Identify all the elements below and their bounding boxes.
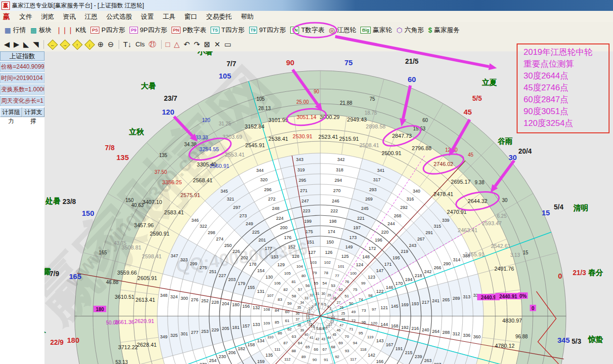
svg-text:301: 301 <box>180 331 188 336</box>
svg-text:146: 146 <box>386 285 393 290</box>
svg-text:3457.96: 3457.96 <box>134 222 154 228</box>
svg-text:117: 117 <box>350 357 356 362</box>
svg-text:244: 244 <box>388 221 395 226</box>
tool-icon-⊕[interactable]: ⊕ <box>97 40 104 49</box>
tool-icon-⊖[interactable]: ⊖ <box>108 40 114 49</box>
svg-text:15: 15 <box>542 208 550 217</box>
toolbar-button-江恩轮[interactable]: ◎江恩轮 <box>329 26 356 35</box>
svg-text:7: 7 <box>318 302 320 306</box>
svg-text:7/7: 7/7 <box>226 60 236 68</box>
menu-item-浏览[interactable]: 浏览 <box>37 11 58 22</box>
svg-text:34: 34 <box>300 301 304 304</box>
svg-text:5/3: 5/3 <box>571 337 581 345</box>
toolbar-label: P数字表 <box>182 26 206 35</box>
svg-text:149: 149 <box>345 244 352 249</box>
pan-dL-icon[interactable]: ← <box>47 39 58 49</box>
tool-icon-⊠[interactable]: ⊠ <box>204 40 211 49</box>
toolbar-button-9T四方形[interactable]: T99T四方形 <box>249 26 286 35</box>
svg-text:46.88: 46.88 <box>106 280 118 285</box>
menu-item-窗口[interactable]: 窗口 <box>180 11 202 22</box>
tool-icon-□[interactable]: □ <box>166 40 170 49</box>
svg-text:60: 60 <box>422 118 428 123</box>
tool-icon-◣[interactable]: ◣ <box>23 40 29 49</box>
svg-text:2: 2 <box>331 310 333 313</box>
pan-dR-icon[interactable]: → <box>60 39 70 49</box>
svg-text:75: 75 <box>345 58 353 67</box>
toolbar-button-板块[interactable]: ▩板块 <box>30 26 51 35</box>
tool-icon-㉑[interactable]: ㉑ <box>149 40 156 49</box>
svg-text:83: 83 <box>278 297 282 302</box>
toolbar-separator <box>44 40 44 49</box>
tool-icon-◥[interactable]: ◥ <box>33 40 39 49</box>
tool-icon-✕[interactable]: ✕ <box>214 40 220 49</box>
toolbar-button-P四方形[interactable]: PSP四方形 <box>90 26 125 35</box>
svg-text:158: 158 <box>248 342 255 347</box>
menu-item-交易委托[interactable]: 交易委托 <box>202 11 236 22</box>
svg-text:105: 105 <box>284 271 291 276</box>
tool-icon-△[interactable]: △ <box>174 40 180 49</box>
svg-text:267: 267 <box>417 237 425 242</box>
toolbar-button-9P四方形[interactable]: P99P四方形 <box>130 26 167 35</box>
svg-text:199: 199 <box>304 219 311 224</box>
tool-icon-▶[interactable]: ▶ <box>14 40 20 49</box>
panel-button-计算阻力[interactable]: 计算阻力 <box>0 107 22 117</box>
svg-text:76: 76 <box>345 280 349 284</box>
svg-text:168: 168 <box>391 324 398 328</box>
svg-text:120: 120 <box>371 321 378 325</box>
svg-text:2695.17: 2695.17 <box>451 179 471 185</box>
svg-text:175: 175 <box>306 229 313 234</box>
toolbar-button-P数字表[interactable]: PNP数字表 <box>172 26 206 35</box>
svg-text:2470.91: 2470.91 <box>447 209 467 215</box>
tool-icon-↶[interactable]: ↶ <box>183 40 190 49</box>
svg-text:123: 123 <box>368 275 375 280</box>
pan-dU-icon[interactable]: ↑ <box>72 39 83 49</box>
svg-text:135: 135 <box>265 353 273 358</box>
toolbar-button-T四方形[interactable]: TST四方形 <box>211 26 244 35</box>
toolbar-label: 行情 <box>13 26 26 35</box>
svg-text:241: 241 <box>432 298 439 303</box>
toolbar-button-赢家轮[interactable]: Big赢家轮 <box>360 26 392 35</box>
svg-text:4780.12: 4780.12 <box>495 343 515 349</box>
svg-text:8: 8 <box>314 303 316 306</box>
svg-text:295: 295 <box>299 178 306 183</box>
svg-text:223: 223 <box>303 208 310 213</box>
svg-text:6: 6 <box>321 302 323 306</box>
tool-icon-▭[interactable]: ▭ <box>224 40 231 49</box>
toolbar-button-K线[interactable]: ❘❘❘K线 <box>56 26 86 35</box>
toolbar-button-行情[interactable]: ▦行情 <box>4 26 26 35</box>
tool-icon-↷[interactable]: ↷ <box>194 40 200 49</box>
svg-text:3508.81: 3508.81 <box>122 244 141 250</box>
toolbar-button-六角形[interactable]: ⬡六角形 <box>396 26 424 35</box>
menu-item-设置[interactable]: 设置 <box>136 11 158 22</box>
menu-item-工具[interactable]: 工具 <box>158 11 180 22</box>
menu-item-资讯[interactable]: 资讯 <box>58 11 80 22</box>
menu-item-江恩[interactable]: 江恩 <box>80 11 102 22</box>
svg-text:166: 166 <box>376 359 384 364</box>
svg-text:269: 269 <box>365 197 373 202</box>
svg-text:104: 104 <box>296 264 303 269</box>
svg-text:3559.66: 3559.66 <box>117 270 137 276</box>
svg-text:273: 273 <box>239 213 247 218</box>
menu-item-帮助[interactable]: 帮助 <box>236 11 258 22</box>
svg-text:25: 25 <box>341 312 345 315</box>
menu-item-公式选股[interactable]: 公式选股 <box>102 11 136 22</box>
toolbar-button-T数字表[interactable]: TNT数字表 <box>290 26 324 35</box>
panel-button-计算支撑[interactable]: 计算支撑 <box>22 107 44 117</box>
toolbar-button-赢家服务[interactable]: $赢家服务 <box>428 26 460 35</box>
menu-item-文件[interactable]: 文件 <box>15 11 37 22</box>
svg-text:300: 300 <box>180 296 188 301</box>
svg-text:55: 55 <box>314 281 318 285</box>
svg-text:288: 288 <box>442 330 450 335</box>
svg-text:22/9: 22/9 <box>50 338 63 346</box>
svg-text:18.75: 18.75 <box>364 110 377 116</box>
svg-text:345: 345 <box>557 336 569 344</box>
sector-blocks-icon: ▩ <box>30 26 37 34</box>
tool-icon-T↓[interactable]: T↓ <box>123 40 131 49</box>
svg-text:293: 293 <box>369 187 377 192</box>
service-icon: $ <box>428 26 432 34</box>
pan-dD-icon[interactable]: ↓ <box>85 39 95 49</box>
tool-icon-◀[interactable]: ◀ <box>4 40 10 49</box>
svg-text:167: 167 <box>386 342 393 347</box>
svg-text:243: 243 <box>409 243 416 248</box>
tool-icon-Cls[interactable]: Cls <box>135 40 145 49</box>
